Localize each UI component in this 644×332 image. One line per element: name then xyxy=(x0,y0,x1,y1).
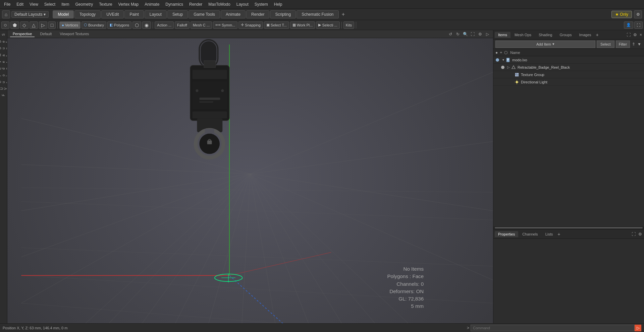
tb-maximize-btn[interactable]: ⛶ xyxy=(634,21,643,29)
items-list[interactable]: ▾ modo.lxo ▷ Retractable_Badge_Reel_Blac… xyxy=(493,56,644,226)
tb-selecti-btn[interactable]: ▶ Selecti ... xyxy=(316,21,339,29)
tab-layout[interactable]: Layout xyxy=(145,10,167,18)
tb-icon3[interactable]: △ xyxy=(30,21,38,29)
vp-ctrl-settings[interactable]: ⚙ xyxy=(477,31,483,37)
left-tab-mat[interactable]: Mat xyxy=(0,52,7,58)
item-vis-0[interactable] xyxy=(495,57,500,63)
props-tab-properties[interactable]: Properties xyxy=(495,231,518,237)
items-sort-asc-icon[interactable]: ⇑ xyxy=(631,41,636,47)
add-item-button[interactable]: Add Item ▾ xyxy=(495,41,595,48)
props-expand-icon[interactable]: ⛶ xyxy=(631,231,636,237)
left-tab-f[interactable]: F xyxy=(1,92,6,98)
tab-scripting[interactable]: Scripting xyxy=(270,10,296,18)
props-settings-icon[interactable]: ⚙ xyxy=(638,231,643,237)
items-tab-add[interactable]: + xyxy=(596,32,599,38)
item-row-texture[interactable]: Texture Group xyxy=(493,71,644,78)
star-only-button[interactable]: ★ Only xyxy=(611,11,632,18)
tb-snapping-btn[interactable]: ✛ Snapping xyxy=(238,21,263,29)
vp-ctrl-fullscreen[interactable]: ⛶ xyxy=(470,31,476,37)
item-vis-2[interactable] xyxy=(505,72,509,77)
tab-animate[interactable]: Animate xyxy=(221,10,246,18)
tb-meshc-btn[interactable]: Mesh C ... xyxy=(191,21,212,29)
items-close-icon[interactable]: × xyxy=(639,32,643,38)
menu-texture[interactable]: Texture xyxy=(96,1,115,7)
layout-tab-add[interactable]: + xyxy=(339,10,347,18)
items-filter2-icon[interactable]: ▼ xyxy=(637,41,642,47)
items-tab-groups[interactable]: Groups xyxy=(556,32,575,38)
menu-system[interactable]: System xyxy=(252,1,271,7)
props-tab-lists[interactable]: Lists xyxy=(542,231,556,237)
items-scroll-thumb[interactable] xyxy=(495,227,643,228)
items-tab-images[interactable]: Images xyxy=(576,32,595,38)
items-tab-items[interactable]: Items xyxy=(495,32,511,38)
layout-home-icon[interactable]: ⌂ xyxy=(2,10,10,18)
tb-boundary-btn[interactable]: ⬡ Boundary xyxy=(82,21,106,29)
tb-user-btn[interactable]: 👤 xyxy=(624,21,633,29)
menu-item[interactable]: Item xyxy=(59,1,72,7)
viewport-canvas[interactable]: Y X Z No Items Polygons : Face Channels:… xyxy=(7,38,493,323)
menu-file[interactable]: File xyxy=(1,1,13,7)
command-input[interactable] xyxy=(471,325,635,331)
menu-render[interactable]: Render xyxy=(186,1,205,7)
menu-vertexmap[interactable]: Vertex Map xyxy=(116,1,142,7)
tb-workpl-btn[interactable]: ▦ Work Pl... xyxy=(290,21,315,29)
tab-setup[interactable]: Setup xyxy=(167,10,188,18)
tab-schematicfusion[interactable]: Schematic Fusion xyxy=(297,10,338,18)
left-tab-pol[interactable]: Pol xyxy=(0,72,7,78)
vp-ctrl-redo[interactable]: ↻ xyxy=(455,31,461,37)
vp-tab-perspective[interactable]: Perspective xyxy=(10,31,35,37)
select-button[interactable]: Select xyxy=(597,41,614,48)
tab-paint[interactable]: Paint xyxy=(124,10,144,18)
left-tab-dup[interactable]: Dup xyxy=(0,45,7,51)
items-expand-icon[interactable]: ⛶ xyxy=(626,32,631,38)
left-tab-edg[interactable]: Edg xyxy=(0,65,7,72)
item-row-light[interactable]: Directional Light xyxy=(493,78,644,86)
tb-reset-btn[interactable]: ○ xyxy=(1,21,9,29)
tb-icon2[interactable]: ◇ xyxy=(20,21,29,29)
col-add-icon[interactable]: + xyxy=(500,50,502,55)
left-tab-uv[interactable]: UV xyxy=(0,85,7,92)
items-tab-meshops[interactable]: Mesh Ops xyxy=(511,32,535,38)
tb-icon1[interactable]: ⬟ xyxy=(10,21,19,29)
tb-mode2[interactable]: ◉ xyxy=(142,21,151,29)
left-tab-def[interactable]: Def xyxy=(0,38,7,45)
viewport[interactable]: Perspective Default Viewport Textures ↺ … xyxy=(7,30,493,323)
menu-help[interactable]: Help xyxy=(271,1,285,7)
item-expand-1[interactable]: ▷ xyxy=(506,65,511,70)
tab-render[interactable]: Render xyxy=(246,10,269,18)
item-row-modolxo[interactable]: ▾ modo.lxo xyxy=(493,56,644,64)
menu-select[interactable]: Select xyxy=(42,1,58,7)
vp-ctrl-reset[interactable]: ↺ xyxy=(447,31,453,37)
items-settings-icon[interactable]: ⚙ xyxy=(633,32,638,38)
left-tab-s[interactable]: S xyxy=(1,31,6,38)
menu-animate[interactable]: Animate xyxy=(142,1,162,7)
tab-uvedit[interactable]: UVEdit xyxy=(101,10,124,18)
menu-layout[interactable]: Layout xyxy=(234,1,251,7)
tb-falloff-btn[interactable]: Falloff xyxy=(175,21,190,29)
menu-dynamics[interactable]: Dynamics xyxy=(163,1,186,7)
tb-action-btn[interactable]: Action ... xyxy=(155,21,174,29)
menu-edit[interactable]: Edit xyxy=(14,1,26,7)
tb-icon4[interactable]: ▷ xyxy=(39,21,47,29)
tb-vertices-btn[interactable]: ● Vertices xyxy=(59,21,80,29)
menu-view[interactable]: View xyxy=(27,1,41,7)
vp-tab-textures[interactable]: Viewport Textures xyxy=(57,31,92,37)
menu-maxtomodo[interactable]: MaxToModo xyxy=(206,1,233,7)
item-expand-0[interactable]: ▾ xyxy=(501,58,505,62)
tb-polygons-btn[interactable]: ◧ Polygons xyxy=(107,21,131,29)
item-vis-3[interactable] xyxy=(505,79,509,85)
tb-symm-btn[interactable]: ⟺ Symm... xyxy=(213,21,237,29)
left-tab-ver[interactable]: Ver xyxy=(0,59,7,65)
item-vis-1[interactable] xyxy=(500,65,505,70)
tab-model[interactable]: Model xyxy=(53,10,74,18)
vp-tab-default[interactable]: Default xyxy=(37,31,54,37)
layout-dropdown[interactable]: Default Layouts ▾ xyxy=(11,11,49,18)
items-tab-shading[interactable]: Shading xyxy=(535,32,555,38)
filter-button[interactable]: Filter xyxy=(616,41,630,48)
tab-topology[interactable]: Topology xyxy=(74,10,101,18)
tb-mode1[interactable]: ⬡ xyxy=(132,21,141,29)
menu-geometry[interactable]: Geometry xyxy=(73,1,96,7)
tab-gametools[interactable]: Game Tools xyxy=(189,10,220,18)
layout-gear-button[interactable]: ⚙ xyxy=(634,10,642,18)
tb-kits-btn[interactable]: Kits xyxy=(343,21,354,29)
